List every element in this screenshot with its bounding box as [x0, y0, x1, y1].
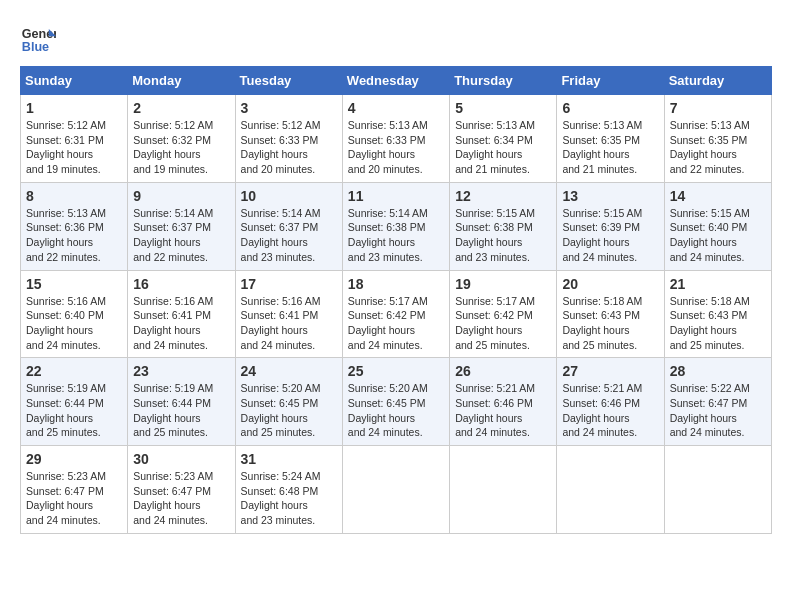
table-row — [557, 446, 664, 534]
day-info: Sunrise: 5:12 AMSunset: 6:32 PMDaylight … — [133, 118, 229, 177]
day-info: Sunrise: 5:12 AMSunset: 6:33 PMDaylight … — [241, 118, 337, 177]
day-info: Sunrise: 5:23 AMSunset: 6:47 PMDaylight … — [26, 469, 122, 528]
day-info: Sunrise: 5:16 AMSunset: 6:41 PMDaylight … — [133, 294, 229, 353]
table-row: 9Sunrise: 5:14 AMSunset: 6:37 PMDaylight… — [128, 182, 235, 270]
day-number: 12 — [455, 188, 551, 204]
table-row — [342, 446, 449, 534]
col-header-sunday: Sunday — [21, 67, 128, 95]
day-number: 3 — [241, 100, 337, 116]
svg-text:Blue: Blue — [22, 40, 49, 54]
day-number: 21 — [670, 276, 766, 292]
table-row: 11Sunrise: 5:14 AMSunset: 6:38 PMDayligh… — [342, 182, 449, 270]
day-info: Sunrise: 5:12 AMSunset: 6:31 PMDaylight … — [26, 118, 122, 177]
day-number: 19 — [455, 276, 551, 292]
page-header: General Blue — [20, 20, 772, 56]
table-row: 15Sunrise: 5:16 AMSunset: 6:40 PMDayligh… — [21, 270, 128, 358]
table-row: 23Sunrise: 5:19 AMSunset: 6:44 PMDayligh… — [128, 358, 235, 446]
day-number: 17 — [241, 276, 337, 292]
table-row: 20Sunrise: 5:18 AMSunset: 6:43 PMDayligh… — [557, 270, 664, 358]
table-row: 22Sunrise: 5:19 AMSunset: 6:44 PMDayligh… — [21, 358, 128, 446]
table-row: 14Sunrise: 5:15 AMSunset: 6:40 PMDayligh… — [664, 182, 771, 270]
day-number: 20 — [562, 276, 658, 292]
day-info: Sunrise: 5:24 AMSunset: 6:48 PMDaylight … — [241, 469, 337, 528]
day-number: 30 — [133, 451, 229, 467]
table-row: 30Sunrise: 5:23 AMSunset: 6:47 PMDayligh… — [128, 446, 235, 534]
table-row: 26Sunrise: 5:21 AMSunset: 6:46 PMDayligh… — [450, 358, 557, 446]
table-row: 1Sunrise: 5:12 AMSunset: 6:31 PMDaylight… — [21, 95, 128, 183]
day-info: Sunrise: 5:19 AMSunset: 6:44 PMDaylight … — [133, 381, 229, 440]
table-row — [450, 446, 557, 534]
calendar-table: SundayMondayTuesdayWednesdayThursdayFrid… — [20, 66, 772, 534]
day-info: Sunrise: 5:15 AMSunset: 6:40 PMDaylight … — [670, 206, 766, 265]
col-header-wednesday: Wednesday — [342, 67, 449, 95]
day-info: Sunrise: 5:14 AMSunset: 6:37 PMDaylight … — [241, 206, 337, 265]
day-info: Sunrise: 5:23 AMSunset: 6:47 PMDaylight … — [133, 469, 229, 528]
col-header-thursday: Thursday — [450, 67, 557, 95]
day-info: Sunrise: 5:18 AMSunset: 6:43 PMDaylight … — [670, 294, 766, 353]
day-number: 15 — [26, 276, 122, 292]
day-number: 18 — [348, 276, 444, 292]
col-header-saturday: Saturday — [664, 67, 771, 95]
day-info: Sunrise: 5:21 AMSunset: 6:46 PMDaylight … — [455, 381, 551, 440]
col-header-friday: Friday — [557, 67, 664, 95]
day-number: 13 — [562, 188, 658, 204]
table-row: 24Sunrise: 5:20 AMSunset: 6:45 PMDayligh… — [235, 358, 342, 446]
day-number: 27 — [562, 363, 658, 379]
day-number: 23 — [133, 363, 229, 379]
day-info: Sunrise: 5:17 AMSunset: 6:42 PMDaylight … — [455, 294, 551, 353]
table-row: 19Sunrise: 5:17 AMSunset: 6:42 PMDayligh… — [450, 270, 557, 358]
day-info: Sunrise: 5:14 AMSunset: 6:38 PMDaylight … — [348, 206, 444, 265]
day-info: Sunrise: 5:13 AMSunset: 6:35 PMDaylight … — [670, 118, 766, 177]
day-info: Sunrise: 5:13 AMSunset: 6:35 PMDaylight … — [562, 118, 658, 177]
day-info: Sunrise: 5:18 AMSunset: 6:43 PMDaylight … — [562, 294, 658, 353]
table-row: 4Sunrise: 5:13 AMSunset: 6:33 PMDaylight… — [342, 95, 449, 183]
table-row: 7Sunrise: 5:13 AMSunset: 6:35 PMDaylight… — [664, 95, 771, 183]
day-number: 29 — [26, 451, 122, 467]
day-number: 6 — [562, 100, 658, 116]
day-number: 31 — [241, 451, 337, 467]
day-number: 11 — [348, 188, 444, 204]
table-row: 31Sunrise: 5:24 AMSunset: 6:48 PMDayligh… — [235, 446, 342, 534]
table-row: 2Sunrise: 5:12 AMSunset: 6:32 PMDaylight… — [128, 95, 235, 183]
day-info: Sunrise: 5:20 AMSunset: 6:45 PMDaylight … — [348, 381, 444, 440]
table-row: 29Sunrise: 5:23 AMSunset: 6:47 PMDayligh… — [21, 446, 128, 534]
day-number: 25 — [348, 363, 444, 379]
day-number: 8 — [26, 188, 122, 204]
table-row — [664, 446, 771, 534]
day-info: Sunrise: 5:16 AMSunset: 6:40 PMDaylight … — [26, 294, 122, 353]
day-number: 5 — [455, 100, 551, 116]
day-info: Sunrise: 5:13 AMSunset: 6:36 PMDaylight … — [26, 206, 122, 265]
table-row: 12Sunrise: 5:15 AMSunset: 6:38 PMDayligh… — [450, 182, 557, 270]
table-row: 8Sunrise: 5:13 AMSunset: 6:36 PMDaylight… — [21, 182, 128, 270]
day-info: Sunrise: 5:15 AMSunset: 6:38 PMDaylight … — [455, 206, 551, 265]
logo-icon: General Blue — [20, 20, 56, 56]
day-info: Sunrise: 5:19 AMSunset: 6:44 PMDaylight … — [26, 381, 122, 440]
table-row: 18Sunrise: 5:17 AMSunset: 6:42 PMDayligh… — [342, 270, 449, 358]
day-number: 28 — [670, 363, 766, 379]
table-row: 16Sunrise: 5:16 AMSunset: 6:41 PMDayligh… — [128, 270, 235, 358]
day-info: Sunrise: 5:16 AMSunset: 6:41 PMDaylight … — [241, 294, 337, 353]
day-number: 16 — [133, 276, 229, 292]
day-info: Sunrise: 5:22 AMSunset: 6:47 PMDaylight … — [670, 381, 766, 440]
table-row: 17Sunrise: 5:16 AMSunset: 6:41 PMDayligh… — [235, 270, 342, 358]
day-info: Sunrise: 5:13 AMSunset: 6:33 PMDaylight … — [348, 118, 444, 177]
table-row: 27Sunrise: 5:21 AMSunset: 6:46 PMDayligh… — [557, 358, 664, 446]
day-info: Sunrise: 5:13 AMSunset: 6:34 PMDaylight … — [455, 118, 551, 177]
day-info: Sunrise: 5:14 AMSunset: 6:37 PMDaylight … — [133, 206, 229, 265]
table-row: 13Sunrise: 5:15 AMSunset: 6:39 PMDayligh… — [557, 182, 664, 270]
day-number: 1 — [26, 100, 122, 116]
day-number: 10 — [241, 188, 337, 204]
table-row: 28Sunrise: 5:22 AMSunset: 6:47 PMDayligh… — [664, 358, 771, 446]
day-number: 26 — [455, 363, 551, 379]
table-row: 10Sunrise: 5:14 AMSunset: 6:37 PMDayligh… — [235, 182, 342, 270]
day-info: Sunrise: 5:20 AMSunset: 6:45 PMDaylight … — [241, 381, 337, 440]
day-number: 2 — [133, 100, 229, 116]
day-info: Sunrise: 5:17 AMSunset: 6:42 PMDaylight … — [348, 294, 444, 353]
col-header-monday: Monday — [128, 67, 235, 95]
logo: General Blue — [20, 20, 60, 56]
day-number: 4 — [348, 100, 444, 116]
day-number: 9 — [133, 188, 229, 204]
day-info: Sunrise: 5:21 AMSunset: 6:46 PMDaylight … — [562, 381, 658, 440]
col-header-tuesday: Tuesday — [235, 67, 342, 95]
day-info: Sunrise: 5:15 AMSunset: 6:39 PMDaylight … — [562, 206, 658, 265]
